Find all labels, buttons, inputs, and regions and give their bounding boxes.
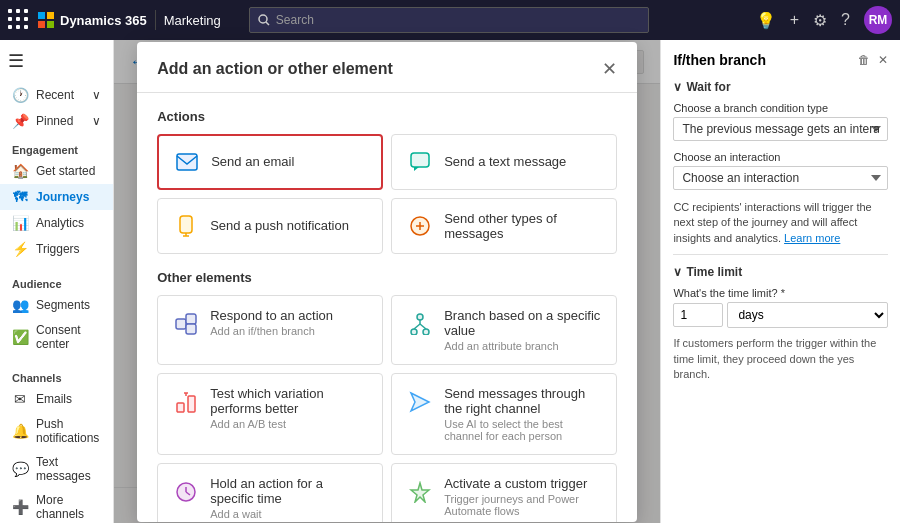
svg-rect-3	[47, 21, 54, 28]
top-nav: Dynamics 365 Marketing Search 💡 + ⚙ ? RM	[0, 0, 900, 40]
settings-icon[interactable]: ⚙	[813, 11, 827, 30]
search-icon	[258, 14, 270, 26]
svg-line-5	[266, 22, 269, 25]
sidebar-item-analytics[interactable]: 📊 Analytics	[0, 210, 113, 236]
send-channel-icon	[406, 388, 434, 416]
send-sms-label: Send a text message	[444, 154, 566, 169]
sidebar-item-journeys[interactable]: 🗺 Journeys	[0, 184, 113, 210]
right-panel-title: If/then branch	[673, 52, 766, 68]
time-limit-number[interactable]	[673, 303, 723, 327]
channels-title: Channels	[0, 368, 113, 386]
modal-header: Add an action or other element ✕	[137, 42, 637, 93]
branch-icon	[406, 310, 434, 338]
sidebar-item-triggers[interactable]: ⚡ Triggers	[0, 236, 113, 262]
plus-icon[interactable]: +	[790, 11, 799, 29]
modal: Add an action or other element ✕ Actions…	[137, 42, 637, 522]
svg-rect-0	[38, 12, 45, 19]
svg-point-4	[259, 15, 267, 23]
test-icon	[172, 388, 200, 416]
element-respond[interactable]: Respond to an action Add an if/then bran…	[157, 295, 383, 365]
branch-condition-select[interactable]: The previous message gets an interacti..…	[673, 117, 888, 141]
actions-grid: Send an email Send a text message	[157, 134, 617, 254]
info-text: CC recipients' interactions will trigger…	[673, 200, 888, 246]
interaction-select[interactable]: Choose an interaction	[673, 166, 888, 190]
app-grid-icon[interactable]	[8, 9, 30, 31]
engagement-section: Engagement 🏠 Get started 🗺 Journeys 📊 An…	[0, 134, 113, 268]
actions-section-title: Actions	[157, 109, 617, 124]
email-icon	[173, 148, 201, 176]
triggers-icon: ⚡	[12, 241, 28, 257]
sidebar-item-sms[interactable]: 💬 Text messages	[0, 450, 113, 488]
trigger-icon	[406, 478, 434, 506]
wait-for-header: ∨ Wait for	[673, 80, 888, 94]
close-panel-icon[interactable]: ✕	[878, 53, 888, 67]
time-limit-info: If customers perform the trigger within …	[673, 336, 888, 382]
interaction-label: Choose an interaction	[673, 151, 888, 163]
sidebar-item-pinned[interactable]: 📌Pinned ∨	[0, 108, 113, 134]
app-module: Marketing	[164, 13, 221, 28]
modal-overlay[interactable]: Add an action or other element ✕ Actions…	[114, 40, 660, 523]
push-icon: 🔔	[12, 423, 28, 439]
element-test[interactable]: Test which variation performs better Add…	[157, 373, 383, 455]
svg-rect-16	[186, 314, 196, 324]
sidebar-item-segments[interactable]: 👥 Segments	[0, 292, 113, 318]
svg-rect-7	[411, 153, 429, 167]
time-limit-unit-select[interactable]: days hours	[727, 302, 888, 328]
svg-point-23	[423, 329, 429, 335]
svg-point-18	[417, 314, 423, 320]
more-channels-icon: ➕	[12, 499, 28, 515]
main-layout: ☰ 🕐Recent ∨ 📌Pinned ∨ Engagement 🏠 Get s…	[0, 40, 900, 523]
dynamics-logo-icon	[38, 12, 54, 28]
push-action-icon	[172, 212, 200, 240]
help-icon[interactable]: ?	[841, 11, 850, 29]
sidebar-item-more-channels[interactable]: ➕ More channels	[0, 488, 113, 523]
svg-rect-25	[188, 396, 195, 412]
sms-icon: 💬	[12, 461, 28, 477]
sidebar-item-consent[interactable]: ✅ Consent center	[0, 318, 113, 356]
modal-title: Add an action or other element	[157, 60, 393, 78]
svg-rect-17	[186, 324, 196, 334]
svg-marker-32	[411, 483, 429, 502]
other-action-icon	[406, 212, 434, 240]
element-trigger[interactable]: Activate a custom trigger Trigger journe…	[391, 463, 617, 522]
sidebar-item-recent[interactable]: 🕐Recent ∨	[0, 82, 113, 108]
lightbulb-icon[interactable]: 💡	[756, 11, 776, 30]
delete-icon[interactable]: 🗑	[858, 53, 870, 67]
send-email-label: Send an email	[211, 154, 294, 169]
action-send-sms[interactable]: Send a text message	[391, 134, 617, 190]
right-panel-header: If/then branch 🗑 ✕	[673, 52, 888, 68]
modal-close-button[interactable]: ✕	[602, 58, 617, 80]
hamburger-icon[interactable]: ☰	[8, 46, 105, 76]
action-send-other[interactable]: Send other types of messages	[391, 198, 617, 254]
right-panel: If/then branch 🗑 ✕ ∨ Wait for Choose a b…	[660, 40, 900, 523]
respond-icon	[172, 310, 200, 338]
emails-icon: ✉	[12, 391, 28, 407]
time-limit-label: What's the time limit? *	[673, 287, 888, 299]
action-send-email[interactable]: Send an email	[157, 134, 383, 190]
journeys-icon: 🗺	[12, 189, 28, 205]
audience-title: Audience	[0, 274, 113, 292]
sidebar: ☰ 🕐Recent ∨ 📌Pinned ∨ Engagement 🏠 Get s…	[0, 40, 114, 523]
engagement-title: Engagement	[0, 140, 113, 158]
audience-section: Audience 👥 Segments ✅ Consent center	[0, 268, 113, 362]
avatar[interactable]: RM	[864, 6, 892, 34]
svg-rect-15	[176, 319, 186, 329]
modal-body: Actions Send an email	[137, 93, 637, 522]
search-placeholder: Search	[276, 13, 314, 27]
svg-line-21	[420, 324, 426, 329]
sms-action-icon	[406, 148, 434, 176]
sidebar-item-emails[interactable]: ✉ Emails	[0, 386, 113, 412]
learn-more-link[interactable]: Learn more	[784, 232, 840, 244]
element-send-channel[interactable]: Send messages through the right channel …	[391, 373, 617, 455]
action-send-push[interactable]: Send a push notification	[157, 198, 383, 254]
element-hold[interactable]: Hold an action for a specific time Add a…	[157, 463, 383, 522]
time-limit-header: ∨ Time limit	[673, 265, 888, 279]
svg-rect-9	[180, 216, 192, 233]
search-bar[interactable]: Search	[249, 7, 649, 33]
content-area: ← Journey › Draft ↩ Undo ↪ Redo 💾 Save 📋	[114, 40, 660, 523]
element-branch[interactable]: Branch based on a specific value Add an …	[391, 295, 617, 365]
analytics-icon: 📊	[12, 215, 28, 231]
sidebar-item-push[interactable]: 🔔 Push notifications	[0, 412, 113, 450]
sidebar-top: ☰	[0, 40, 113, 82]
sidebar-item-get-started[interactable]: 🏠 Get started	[0, 158, 113, 184]
